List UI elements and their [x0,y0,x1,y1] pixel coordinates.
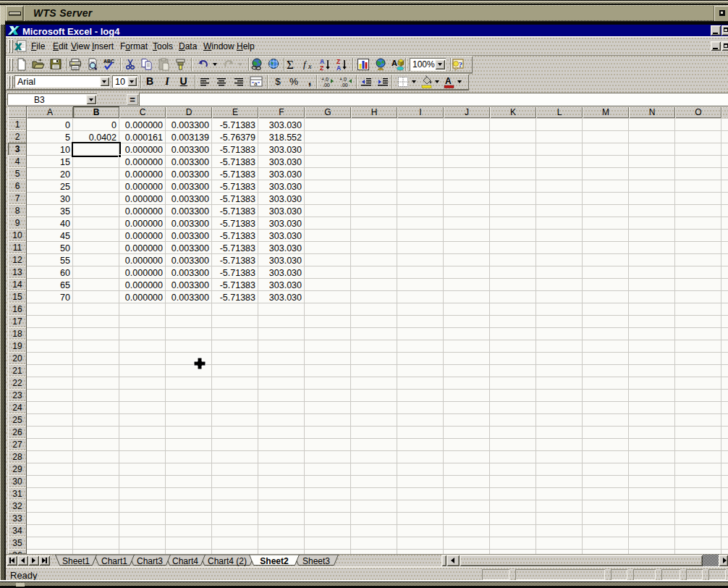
svg-text:A: A [337,64,341,72]
svg-text:+.0: +.0 [339,77,347,82]
svg-text:f: f [303,59,308,70]
svg-text:Z: Z [320,64,323,72]
svg-text:Σ: Σ [287,58,294,71]
svg-text:.00: .00 [323,83,330,88]
svg-text:A: A [445,76,452,86]
svg-text:.00: .00 [341,83,348,88]
svg-text:x: x [308,62,312,70]
svg-text:ABC: ABC [103,59,114,64]
svg-text:a: a [254,80,258,87]
svg-text:+.0: +.0 [321,77,329,82]
svg-text:?: ? [459,60,463,69]
svg-text:A: A [391,59,397,67]
